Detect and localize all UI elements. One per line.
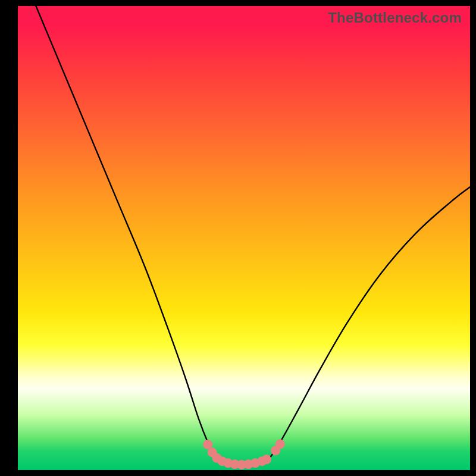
- valley-marker: [275, 439, 285, 449]
- curve-path: [36, 6, 470, 465]
- chart-frame: TheBottleneck.com: [0, 0, 476, 476]
- bottleneck-curve: [18, 6, 470, 470]
- valley-marker: [262, 455, 271, 464]
- plot-area: TheBottleneck.com: [18, 6, 470, 470]
